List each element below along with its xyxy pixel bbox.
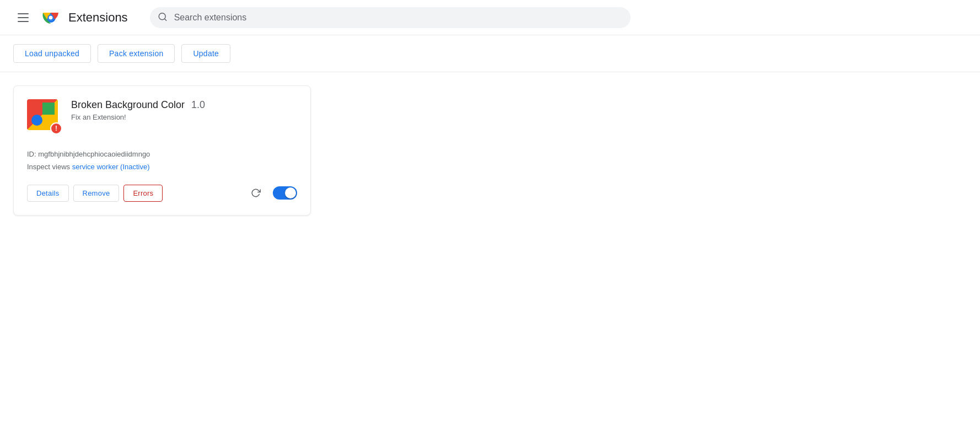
app-header: Extensions <box>0 0 980 35</box>
errors-button-wrap: Errors <box>123 185 163 202</box>
menu-button[interactable] <box>13 9 33 26</box>
page-title: Extensions <box>68 10 128 25</box>
svg-point-4 <box>49 15 53 19</box>
search-bar <box>150 7 631 28</box>
reload-button[interactable] <box>247 185 264 201</box>
extension-icon: ! <box>27 99 62 135</box>
update-button[interactable]: Update <box>181 44 230 63</box>
search-input[interactable] <box>150 7 631 28</box>
extension-id-row: ID: mgfbhjnibhjdehcphiocaoiediidmngo <box>27 148 297 160</box>
search-icon <box>158 12 168 23</box>
toolbar: Load unpacked Pack extension Update <box>0 35 980 72</box>
extension-meta: ID: mgfbhjnibhjdehcphiocaoiediidmngo Ins… <box>27 148 297 174</box>
inspect-views-row: Inspect views service worker (Inactive) <box>27 160 297 173</box>
details-button[interactable]: Details <box>27 185 69 202</box>
id-label: ID: <box>27 150 36 158</box>
reload-icon <box>251 188 261 198</box>
enable-toggle[interactable] <box>273 186 297 200</box>
extension-description: Fix an Extension! <box>71 113 205 121</box>
extension-card: ! Broken Background Color 1.0 Fix an Ext… <box>13 85 311 216</box>
remove-button[interactable]: Remove <box>73 185 120 202</box>
load-unpacked-button[interactable]: Load unpacked <box>13 44 91 63</box>
card-header: ! Broken Background Color 1.0 Fix an Ext… <box>27 99 297 135</box>
inspect-label: Inspect views <box>27 163 70 171</box>
service-worker-link[interactable]: service worker (Inactive) <box>72 163 150 171</box>
pack-extension-button[interactable]: Pack extension <box>98 44 175 63</box>
extension-info: Broken Background Color 1.0 Fix an Exten… <box>71 99 205 121</box>
main-content: ! Broken Background Color 1.0 Fix an Ext… <box>0 72 980 229</box>
svg-line-6 <box>164 18 166 20</box>
chrome-logo-icon <box>42 9 60 26</box>
id-value: mgfbhjnibhjdehcphiocaoiediidmngo <box>38 150 150 158</box>
extension-version: 1.0 <box>191 99 205 110</box>
card-actions: Details Remove Errors <box>27 185 297 202</box>
errors-button[interactable]: Errors <box>123 185 163 202</box>
extension-name: Broken Background Color <box>71 99 185 110</box>
error-badge-icon: ! <box>50 122 62 135</box>
